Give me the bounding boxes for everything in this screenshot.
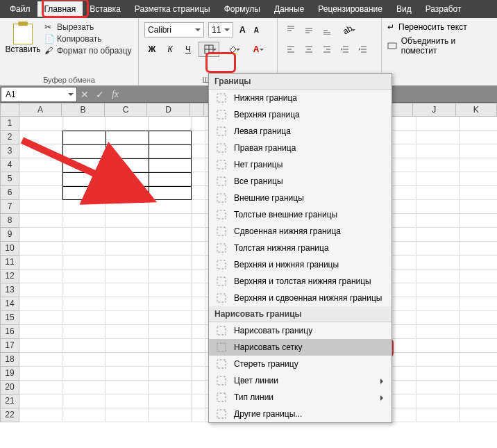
cell[interactable] — [19, 339, 62, 353]
cell[interactable] — [62, 117, 106, 131]
format-painter-button[interactable]: 🖌 Формат по образцу — [44, 46, 132, 56]
row-header[interactable]: 13 — [0, 283, 19, 297]
cell[interactable] — [416, 353, 460, 367]
cell[interactable] — [19, 353, 62, 367]
decrease-indent-button[interactable] — [337, 42, 353, 57]
cell[interactable] — [192, 186, 205, 200]
cell[interactable] — [460, 228, 497, 242]
cell[interactable] — [62, 325, 106, 339]
cell[interactable] — [19, 172, 62, 186]
col-header[interactable]: J — [413, 103, 455, 117]
cell[interactable] — [19, 158, 62, 172]
cell[interactable] — [62, 144, 106, 158]
menu-формулы[interactable]: Формулы — [217, 1, 267, 17]
cell[interactable] — [149, 381, 192, 395]
cell[interactable] — [62, 381, 106, 395]
cell[interactable] — [192, 228, 205, 242]
cell[interactable] — [19, 228, 62, 242]
borders-button[interactable] — [199, 42, 219, 57]
cell[interactable] — [106, 269, 149, 283]
cancel-button[interactable]: ✕ — [77, 87, 92, 102]
cell[interactable] — [416, 311, 460, 325]
dd-item[interactable]: Верхняя и сдвоенная нижняя границы — [209, 290, 391, 306]
fill-color-button[interactable] — [222, 42, 243, 57]
cell[interactable] — [149, 144, 192, 158]
cell[interactable] — [460, 214, 497, 228]
cell[interactable] — [460, 381, 497, 395]
cell[interactable] — [192, 172, 205, 186]
cell[interactable] — [192, 339, 205, 353]
row-header[interactable]: 8 — [0, 214, 19, 228]
cell[interactable] — [149, 214, 192, 228]
dd-item[interactable]: Сдвоенная нижняя граница — [209, 223, 391, 240]
increase-font-button[interactable]: A — [237, 24, 248, 36]
cell[interactable] — [62, 408, 106, 422]
col-header[interactable]: B — [62, 103, 104, 117]
align-bottom-button[interactable] — [319, 22, 335, 38]
dd-item[interactable]: Нет границы — [209, 156, 391, 173]
cell[interactable] — [19, 408, 62, 422]
cell[interactable] — [19, 297, 62, 311]
cell[interactable] — [416, 200, 460, 214]
cell[interactable] — [19, 269, 62, 283]
cell[interactable] — [19, 200, 62, 214]
cell[interactable] — [106, 228, 149, 242]
cell[interactable] — [106, 200, 149, 214]
row-header[interactable]: 19 — [0, 367, 19, 381]
cell[interactable] — [149, 158, 192, 172]
row-header[interactable]: 7 — [0, 200, 19, 214]
cell[interactable] — [149, 283, 192, 297]
row-header[interactable]: 21 — [0, 395, 19, 408]
cell[interactable] — [460, 325, 497, 339]
copy-button[interactable]: 📄 Копировать — [44, 34, 132, 44]
cell[interactable] — [192, 367, 205, 381]
cell[interactable] — [460, 242, 497, 256]
cell[interactable] — [416, 283, 460, 297]
cell[interactable] — [192, 214, 205, 228]
cell[interactable] — [106, 186, 149, 200]
cell[interactable] — [106, 381, 149, 395]
cell[interactable] — [149, 186, 192, 200]
row-header[interactable]: 3 — [0, 144, 19, 158]
enter-button[interactable]: ✓ — [92, 87, 108, 102]
row-header[interactable]: 11 — [0, 256, 19, 269]
cell[interactable] — [192, 200, 205, 214]
cell[interactable] — [460, 395, 497, 408]
cell[interactable] — [192, 242, 205, 256]
cell[interactable] — [192, 283, 205, 297]
cell[interactable] — [416, 395, 460, 408]
cell[interactable] — [192, 381, 205, 395]
cell[interactable] — [192, 117, 205, 131]
cell[interactable] — [460, 186, 497, 200]
dd-item[interactable]: Нарисовать сетку — [209, 339, 391, 356]
cell[interactable] — [106, 395, 149, 408]
menu-разметка страницы[interactable]: Разметка страницы — [128, 1, 217, 17]
decrease-font-button[interactable]: A — [252, 25, 261, 35]
cell[interactable] — [62, 158, 106, 172]
dd-item[interactable]: Нарисовать границу — [209, 322, 391, 339]
cell[interactable] — [416, 339, 460, 353]
cell[interactable] — [19, 311, 62, 325]
cell[interactable] — [149, 228, 192, 242]
row-header[interactable]: 15 — [0, 311, 19, 325]
cell[interactable] — [106, 367, 149, 381]
cut-button[interactable]: ✂ Вырезать — [44, 22, 132, 32]
cell[interactable] — [19, 256, 62, 269]
row-header[interactable]: 5 — [0, 172, 19, 186]
cell[interactable] — [416, 297, 460, 311]
cell[interactable] — [192, 408, 205, 422]
cell[interactable] — [62, 269, 106, 283]
cell[interactable] — [62, 353, 106, 367]
cell[interactable] — [62, 131, 106, 144]
align-middle-button[interactable] — [301, 22, 317, 38]
align-right-button[interactable] — [319, 42, 335, 57]
cell[interactable] — [416, 186, 460, 200]
cell[interactable] — [62, 395, 106, 408]
cell[interactable] — [149, 311, 192, 325]
cell[interactable] — [149, 325, 192, 339]
font-size-select[interactable]: 11 — [208, 22, 233, 38]
cell[interactable] — [106, 256, 149, 269]
cell[interactable] — [62, 242, 106, 256]
name-box[interactable]: A1 — [1, 87, 77, 102]
merge-cells-button[interactable]: Объединить и поместит — [387, 36, 491, 56]
